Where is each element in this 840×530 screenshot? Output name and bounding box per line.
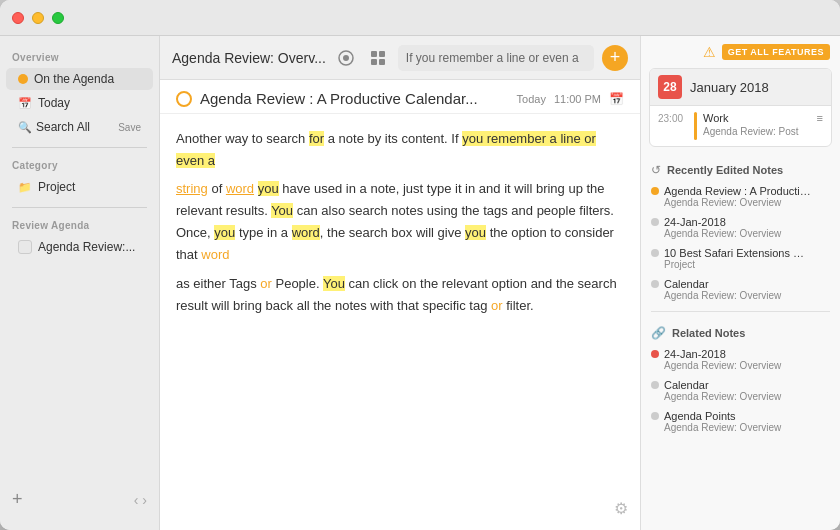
calendar-view-button[interactable] bbox=[334, 46, 358, 70]
note-date: Today bbox=[517, 93, 546, 105]
sidebar-item-agenda-review[interactable]: Agenda Review:... bbox=[6, 236, 153, 258]
agenda-review-label: Agenda Review:... bbox=[38, 240, 135, 254]
note-list-sub: Agenda Review: Overview bbox=[651, 360, 830, 371]
calendar-event-bar bbox=[694, 112, 697, 140]
titlebar bbox=[0, 0, 840, 36]
list-item[interactable]: Calendar Agenda Review: Overview bbox=[641, 274, 840, 305]
calendar-month-label: January 2018 bbox=[690, 80, 769, 95]
calendar-header: 28 January 2018 bbox=[650, 69, 831, 106]
highlight-you-4: you bbox=[465, 225, 486, 240]
note-dot bbox=[651, 280, 659, 288]
toolbar: Agenda Review: Overv... bbox=[160, 36, 640, 80]
svg-rect-5 bbox=[379, 59, 385, 65]
forward-button[interactable]: › bbox=[142, 492, 147, 508]
main-content: Overview On the Agenda 📅 Today 🔍 Search … bbox=[0, 36, 840, 530]
svg-rect-2 bbox=[371, 51, 377, 57]
note-dot-row: Calendar bbox=[651, 379, 830, 391]
sidebar-item-project[interactable]: 📁 Project bbox=[6, 176, 153, 198]
back-button[interactable]: ‹ bbox=[134, 492, 139, 508]
recently-edited-header: ↺ Recently Edited Notes bbox=[641, 155, 840, 181]
highlight-you-5: You bbox=[323, 276, 345, 291]
note-dot bbox=[651, 218, 659, 226]
content-search-bar[interactable]: If you remember a line or even a bbox=[398, 45, 594, 71]
note-dot bbox=[651, 412, 659, 420]
calendar-event-title: Agenda Review: Post bbox=[703, 126, 811, 137]
recently-edited-label: Recently Edited Notes bbox=[667, 164, 783, 176]
note-body[interactable]: Another way to search for a note by its … bbox=[160, 114, 640, 530]
minimize-button[interactable] bbox=[32, 12, 44, 24]
highlight-word: word bbox=[292, 225, 320, 240]
recently-edited-list: Agenda Review : A Productive Calendar B.… bbox=[641, 181, 840, 305]
save-search-button[interactable]: Save bbox=[118, 122, 141, 133]
svg-rect-3 bbox=[379, 51, 385, 57]
highlight-word: word bbox=[226, 181, 254, 196]
list-item[interactable]: Agenda Review : A Productive Calendar B.… bbox=[641, 181, 840, 212]
right-panel: ⚠ GET ALL FEATURES 28 January 2018 23:00… bbox=[640, 36, 840, 530]
highlight-you-remember: you remember a line or even a bbox=[176, 131, 596, 168]
add-project-button[interactable]: + bbox=[12, 489, 23, 510]
calendar-event-time: 23:00 bbox=[658, 112, 688, 124]
note-dot bbox=[651, 381, 659, 389]
sidebar-item-today-label: Today bbox=[38, 96, 70, 110]
list-item[interactable]: 10 Best Safari Extensions Which Are Actu… bbox=[641, 243, 840, 274]
related-notes-icon: 🔗 bbox=[651, 326, 666, 340]
note-dot-row: Calendar bbox=[651, 278, 830, 290]
sidebar-item-agenda-label: On the Agenda bbox=[34, 72, 114, 86]
list-item[interactable]: Agenda Points Agenda Review: Overview bbox=[641, 406, 840, 437]
note-list-title: 24-Jan-2018 bbox=[664, 216, 726, 228]
note-dot bbox=[651, 350, 659, 358]
note-time: 11:00 PM bbox=[554, 93, 601, 105]
sidebar-item-today[interactable]: 📅 Today bbox=[6, 92, 153, 114]
sidebar-footer: + ‹ › bbox=[0, 481, 159, 518]
note-dot-row: Agenda Review : A Productive Calendar B.… bbox=[651, 185, 830, 197]
grid-icon bbox=[370, 50, 386, 66]
maximize-button[interactable] bbox=[52, 12, 64, 24]
category-project-label: Project bbox=[38, 180, 75, 194]
calendar-block: 28 January 2018 23:00 Work Agenda Review… bbox=[649, 68, 832, 147]
note-settings-button[interactable]: ⚙ bbox=[614, 499, 628, 518]
sidebar-item-on-the-agenda[interactable]: On the Agenda bbox=[6, 68, 153, 90]
calendar-date-number: 28 bbox=[658, 75, 682, 99]
sidebar-divider-2 bbox=[12, 207, 147, 208]
text-or: or bbox=[260, 276, 272, 291]
get-features-button[interactable]: GET ALL FEATURES bbox=[722, 44, 830, 60]
toolbar-note-title: Agenda Review: Overv... bbox=[172, 50, 326, 66]
calendar-icon: 📅 bbox=[18, 96, 32, 110]
grid-view-button[interactable] bbox=[366, 46, 390, 70]
highlight-you-3: you bbox=[214, 225, 235, 240]
highlight-you-1: you bbox=[258, 181, 279, 196]
folder-icon: 📁 bbox=[18, 180, 32, 194]
related-notes-header: 🔗 Related Notes bbox=[641, 318, 840, 344]
list-item[interactable]: 24-Jan-2018 Agenda Review: Overview bbox=[641, 344, 840, 375]
search-all-label: Search All bbox=[36, 120, 114, 134]
agenda-review-icon bbox=[18, 240, 32, 254]
list-item[interactable]: Calendar Agenda Review: Overview bbox=[641, 375, 840, 406]
note-dot-row: 24-Jan-2018 bbox=[651, 348, 830, 360]
note-list-title: Calendar bbox=[664, 379, 709, 391]
sidebar-divider-1 bbox=[12, 147, 147, 148]
search-placeholder-text: If you remember a line or even a bbox=[406, 51, 579, 65]
review-label: Review Agenda bbox=[0, 216, 159, 235]
note-list-title: 10 Best Safari Extensions Which Are Actu… bbox=[664, 247, 814, 259]
add-note-button[interactable]: + bbox=[602, 45, 628, 71]
svg-rect-4 bbox=[371, 59, 377, 65]
sidebar-item-search-all[interactable]: 🔍 Search All Save bbox=[6, 116, 153, 138]
svg-point-1 bbox=[343, 55, 349, 61]
overview-label: Overview bbox=[0, 48, 159, 67]
note-list-sub: Agenda Review: Overview bbox=[651, 228, 830, 239]
right-panel-top: ⚠ GET ALL FEATURES bbox=[641, 36, 840, 68]
list-item[interactable]: 24-Jan-2018 Agenda Review: Overview bbox=[641, 212, 840, 243]
add-note-icon: + bbox=[610, 47, 621, 68]
note-dot-row: 10 Best Safari Extensions Which Are Actu… bbox=[651, 247, 830, 259]
search-icon: 🔍 bbox=[18, 120, 32, 134]
close-button[interactable] bbox=[12, 12, 24, 24]
category-label: Category bbox=[0, 156, 159, 175]
note-dot bbox=[651, 187, 659, 195]
note-list-sub: Agenda Review: Overview bbox=[651, 422, 830, 433]
calendar-note-icon: ≡ bbox=[817, 112, 823, 124]
warning-icon: ⚠ bbox=[703, 44, 716, 60]
highlight-you-2: You bbox=[271, 203, 293, 218]
related-notes-list: 24-Jan-2018 Agenda Review: Overview Cale… bbox=[641, 344, 840, 437]
circle-icon bbox=[338, 50, 354, 66]
app-window: Overview On the Agenda 📅 Today 🔍 Search … bbox=[0, 0, 840, 530]
